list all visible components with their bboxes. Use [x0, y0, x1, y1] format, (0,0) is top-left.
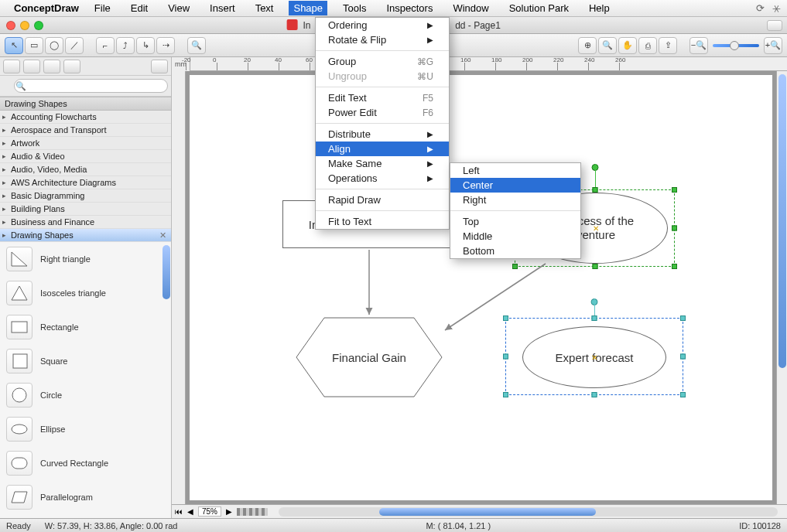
search-icon[interactable]: 🔍 — [187, 37, 206, 54]
window-zoom-button[interactable] — [34, 21, 43, 30]
library-search-input[interactable] — [14, 79, 168, 93]
mac-menubar: ConceptDraw File Edit View Insert Text S… — [0, 0, 787, 17]
menu-edit[interactable]: Edit — [126, 1, 152, 15]
lib-audio-video[interactable]: Audio & Video — [0, 150, 171, 163]
menu-inspectors[interactable]: Inspectors — [382, 1, 437, 15]
window-close-button[interactable] — [6, 21, 15, 30]
menu-ungroup: Ungroup⌘U — [316, 69, 449, 84]
zoom-out-button[interactable]: −🔍 — [689, 37, 708, 54]
zoom-fit-button[interactable]: ⊕ — [578, 37, 597, 54]
menu-solution-park[interactable]: Solution Park — [505, 1, 573, 15]
lib-business-finance[interactable]: Business and Finance — [0, 216, 171, 229]
align-middle[interactable]: Middle — [450, 229, 580, 244]
connector-tool-2[interactable]: ⤴ — [116, 37, 135, 54]
menu-window[interactable]: Window — [448, 1, 493, 15]
lib-accounting-flowcharts[interactable]: Accounting Flowcharts — [0, 111, 171, 124]
bluetooth-icon[interactable]: ⚹ — [772, 2, 781, 15]
align-right[interactable]: Right — [450, 193, 580, 207]
shape-curved-rectangle[interactable]: Curved Rectangle — [0, 446, 171, 480]
lib-aerospace-transport[interactable]: Aerospace and Transport — [0, 124, 171, 137]
zoom-slider[interactable] — [713, 44, 759, 47]
center-marker-icon: ✕ — [591, 353, 597, 362]
lib-nav-fwd[interactable] — [23, 60, 40, 73]
svg-rect-4 — [12, 458, 27, 469]
shape-rectangle[interactable]: Rectangle — [0, 310, 171, 344]
connector-tool-3[interactable]: ↳ — [136, 37, 155, 54]
menu-operations[interactable]: Operations▶ — [316, 171, 449, 186]
zoom-in-button[interactable]: +🔍 — [764, 37, 782, 54]
menu-insert[interactable]: Insert — [205, 1, 240, 15]
menu-rotate-flip[interactable]: Rotate & Flip▶ — [316, 32, 449, 47]
status-dimensions: W: 57.39, H: 33.86, Angle: 0.00 rad — [45, 521, 178, 530]
lib-view-grid[interactable] — [63, 60, 80, 73]
align-top[interactable]: Top — [450, 214, 580, 229]
zoom-readout[interactable]: 75% — [198, 506, 221, 517]
selection-tool[interactable]: ↖ — [5, 37, 23, 54]
lib-artwork[interactable]: Artwork — [0, 137, 171, 150]
horizontal-scrollbar[interactable] — [279, 507, 778, 517]
shape-isosceles-trapezium[interactable]: Isosceles Trapezium — [0, 514, 171, 518]
zoom-tool[interactable]: 🔍 — [598, 37, 617, 54]
pan-tool[interactable]: ✋ — [618, 37, 637, 54]
page-nav-prev[interactable]: ◀ — [187, 507, 193, 516]
status-bar: Ready W: 57.39, H: 33.86, Angle: 0.00 ra… — [0, 518, 787, 532]
vertical-scrollbar[interactable] — [776, 71, 787, 504]
ellipse-tool[interactable]: ◯ — [45, 37, 63, 54]
shape-right-triangle[interactable]: Right triangle — [0, 242, 171, 276]
menu-view[interactable]: View — [163, 1, 194, 15]
horizontal-ruler: mm -20 0 20 40 60 80 100 120 140 160 180… — [172, 57, 787, 71]
menu-make-same[interactable]: Make Same▶ — [316, 156, 449, 171]
align-bottom[interactable]: Bottom — [450, 244, 580, 258]
menu-ordering[interactable]: Ordering▶ — [316, 18, 449, 32]
lib-nav-back[interactable] — [3, 60, 20, 73]
shape-financial-gain[interactable]: Financial Gain — [295, 316, 443, 398]
close-icon[interactable]: ✕ — [159, 230, 166, 240]
shape-palette: Right triangle Isosceles triangle Rectan… — [0, 242, 171, 518]
shape-expert-forecast[interactable]: Expert forecast ✕ — [522, 326, 666, 388]
sync-icon[interactable]: ⟳ — [756, 2, 765, 15]
page-nav-first[interactable]: ⏮ — [175, 507, 183, 516]
menu-power-edit[interactable]: Power EditF6 — [316, 105, 449, 120]
app-name[interactable]: ConceptDraw — [14, 2, 79, 14]
menu-text[interactable]: Text — [251, 1, 279, 15]
search-icon: 🔍 — [15, 81, 26, 91]
print-button[interactable]: ⎙ — [638, 37, 657, 54]
lib-basic-diagramming[interactable]: Basic Diagramming — [0, 189, 171, 203]
sidebar-scrollbar[interactable] — [162, 242, 171, 518]
connector-tool-4[interactable]: ⇢ — [156, 37, 175, 54]
menu-file[interactable]: File — [90, 1, 115, 15]
menu-tools[interactable]: Tools — [338, 1, 371, 15]
shape-ellipse[interactable]: Ellipse — [0, 412, 171, 446]
window-minimize-button[interactable] — [20, 21, 29, 30]
page-nav-next[interactable]: ▶ — [226, 507, 232, 516]
menu-align[interactable]: Align▶ — [316, 142, 449, 156]
shape-square[interactable]: Square — [0, 344, 171, 378]
lib-view-list[interactable] — [43, 60, 60, 73]
lib-collapse[interactable] — [151, 60, 168, 73]
export-button[interactable]: ⇪ — [659, 37, 677, 54]
shape-parallelogram[interactable]: Parallelogram — [0, 480, 171, 514]
menu-rapid-draw[interactable]: Rapid Draw — [316, 193, 449, 207]
align-left[interactable]: Left — [450, 163, 580, 178]
menu-distribute[interactable]: Distribute▶ — [316, 127, 449, 142]
library-header: Drawing Shapes — [0, 97, 171, 111]
align-center[interactable]: Center — [450, 178, 580, 193]
line-tool[interactable]: ／ — [65, 37, 84, 54]
menu-fit-to-text[interactable]: Fit to Text — [316, 214, 449, 229]
lib-drawing-shapes[interactable]: Drawing Shapes✕ — [0, 229, 171, 242]
connector-tool-1[interactable]: ⌐ — [96, 37, 115, 54]
lib-aws-architecture[interactable]: AWS Architecture Diagrams — [0, 176, 171, 189]
menu-edit-text[interactable]: Edit TextF5 — [316, 90, 449, 105]
drawing-page[interactable]: Inves ecision Success of theventure — [189, 74, 773, 501]
status-object-id: ID: 100128 — [739, 521, 781, 530]
toolbar-toggle-button[interactable] — [767, 20, 782, 31]
shape-isosceles-triangle[interactable]: Isosceles triangle — [0, 276, 171, 310]
menu-shape[interactable]: Shape — [289, 1, 327, 15]
shape-circle[interactable]: Circle — [0, 378, 171, 412]
lib-building-plans[interactable]: Building Plans — [0, 203, 171, 216]
rect-tool[interactable]: ▭ — [25, 37, 43, 54]
lib-audio-video-media[interactable]: Audio, Video, Media — [0, 163, 171, 176]
menu-group[interactable]: Group⌘G — [316, 54, 449, 69]
page-tabs[interactable] — [237, 508, 268, 516]
menu-help[interactable]: Help — [584, 1, 614, 15]
